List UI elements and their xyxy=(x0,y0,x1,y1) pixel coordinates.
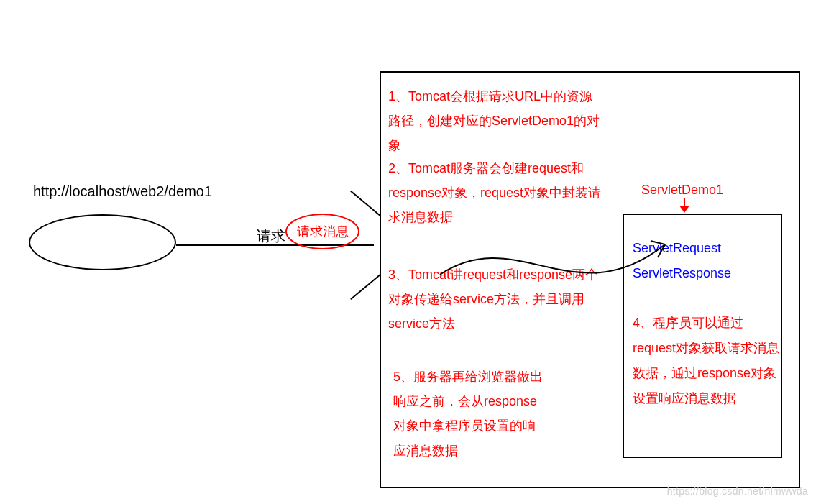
step-2-text: 2、Tomcat服务器会创建request和response对象，request… xyxy=(388,156,611,230)
browser-ellipse xyxy=(29,214,176,270)
servlet-response-label: ServletResponse xyxy=(633,266,731,281)
servlet-demo1-label: ServletDemo1 xyxy=(641,183,723,198)
servlet-request-label: ServletRequest xyxy=(633,241,721,256)
step-5-text: 5、服务器再给浏览器做出响应之前，会从response对象中拿程序员设置的响应消… xyxy=(393,365,544,463)
watermark: https://blog.csdn.net/nlmwwda xyxy=(667,485,808,497)
down-arrow-icon xyxy=(679,198,689,214)
request-message-label: 请求消息 xyxy=(297,223,349,240)
step-4-text: 4、程序员可以通过request对象获取请求消息数据，通过response对象设… xyxy=(633,311,780,411)
request-label: 请求 xyxy=(257,226,285,246)
request-arrow-head-top xyxy=(350,191,381,217)
request-message-oval: 请求消息 xyxy=(285,214,359,249)
request-arrow-head-bottom xyxy=(350,273,381,300)
step-3-text: 3、Tomcat讲request和response两个对象传递给service方… xyxy=(388,262,604,336)
url-label: http://localhost/web2/demo1 xyxy=(33,183,212,200)
step-1-text: 1、Tomcat会根据请求URL中的资源路径，创建对应的ServletDemo1… xyxy=(388,84,604,158)
